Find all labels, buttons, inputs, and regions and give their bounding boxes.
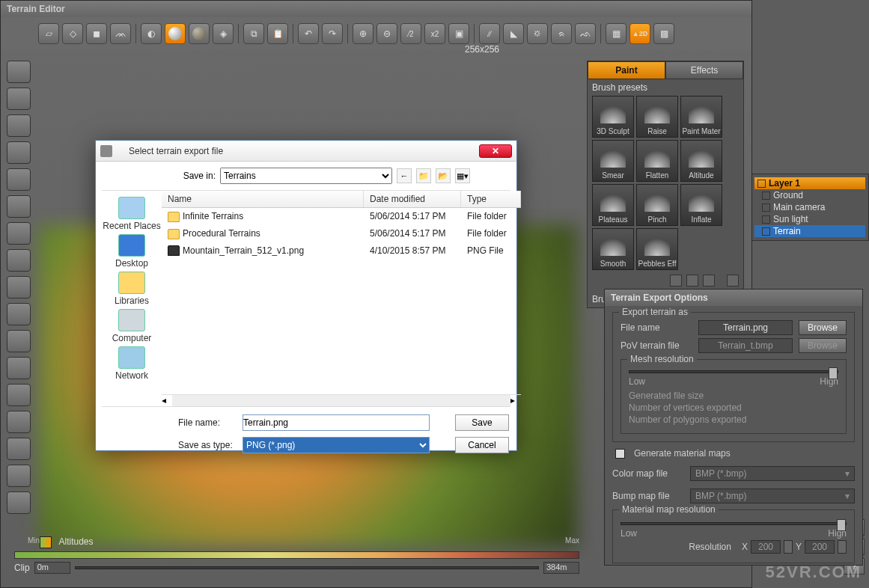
strip-tool-11-icon[interactable] <box>7 330 31 352</box>
preset-reset-icon[interactable] <box>727 275 739 287</box>
file-row[interactable]: Infinite Terrains5/06/2014 5:17 PMFile f… <box>162 208 521 225</box>
tool-square-icon[interactable]: ◼ <box>86 23 107 44</box>
layer-item[interactable]: Main camera <box>754 201 865 213</box>
zoom-out-icon[interactable]: ⊖ <box>376 23 397 44</box>
brush-preset[interactable]: Smooth <box>592 228 634 270</box>
brush-preset[interactable]: Paint Mater <box>680 96 722 138</box>
layer-item[interactable]: Ground <box>754 189 865 201</box>
file-row[interactable]: Procedural Terrains5/06/2014 5:17 PMFile… <box>162 225 521 242</box>
mesh-resolution-slider[interactable] <box>629 370 838 373</box>
col-date[interactable]: Date modified <box>364 191 461 207</box>
strip-tool-6-icon[interactable] <box>7 195 31 218</box>
file-name-input[interactable] <box>243 414 430 431</box>
clip-slider[interactable] <box>75 566 539 569</box>
bump-map-select[interactable]: BMP (*.bmp) <box>690 489 855 503</box>
strip-tool-1-icon[interactable] <box>7 61 31 83</box>
browse-filename-button[interactable]: Browse <box>799 320 847 335</box>
altitude-gradient[interactable] <box>14 551 579 559</box>
place-recent[interactable]: Recent Places <box>102 195 162 231</box>
select-icon[interactable]: ▦ <box>606 23 626 44</box>
col-type[interactable]: Type <box>461 191 521 207</box>
tool-sphere-icon[interactable] <box>165 23 186 44</box>
tab-effects[interactable]: Effects <box>665 61 743 79</box>
nav-newfolder-icon[interactable]: 📂 <box>436 168 451 183</box>
nav-views-icon[interactable]: ▦▾ <box>455 168 470 183</box>
res-y-spinner[interactable] <box>838 540 847 554</box>
export-filename-field[interactable]: Terrain.png <box>698 320 793 335</box>
strip-tool-15-icon[interactable] <box>7 438 31 460</box>
nav-up-icon[interactable]: 📁 <box>416 168 431 183</box>
brush-preset[interactable]: Pebbles Eff <box>636 228 678 270</box>
brush-preset[interactable]: Smear <box>592 140 634 182</box>
res-x-field[interactable]: 200 <box>751 540 781 554</box>
strip-tool-4-icon[interactable] <box>7 141 31 164</box>
dialog-close-button[interactable]: ✕ <box>479 144 512 158</box>
res-y-field[interactable]: 200 <box>805 540 835 554</box>
brush-preset[interactable]: Raise <box>636 96 678 138</box>
strip-tool-3-icon[interactable] <box>7 114 31 137</box>
strip-tool-8-icon[interactable] <box>7 249 31 272</box>
strip-tool-13-icon[interactable] <box>7 384 31 406</box>
strip-tool-2-icon[interactable] <box>7 88 31 110</box>
copy-icon[interactable]: ⧉ <box>243 23 264 44</box>
half-scale-icon[interactable]: ∕2 <box>400 23 421 44</box>
brush-preset[interactable]: Plateaus <box>592 184 634 226</box>
place-desktop[interactable]: Desktop <box>102 233 162 269</box>
tool-diamond-icon[interactable]: ◈ <box>213 23 234 44</box>
color-map-select[interactable]: BMP (*.bmp) <box>690 466 855 481</box>
brush-preset[interactable]: Flatten <box>636 140 678 182</box>
zoom-in-icon[interactable]: ⊕ <box>353 23 373 44</box>
graph-icon[interactable]: ⫽ <box>479 23 500 44</box>
undo-icon[interactable]: ↶ <box>298 23 319 44</box>
tool-mountain-icon[interactable]: ᨏ <box>110 23 131 44</box>
clip-min-field[interactable]: 0m <box>34 562 70 574</box>
tool-flat-icon[interactable]: ▱ <box>38 23 59 44</box>
triangle-icon[interactable]: ◣ <box>503 23 524 44</box>
place-computer[interactable]: Computer <box>102 307 162 343</box>
place-network[interactable]: Network <box>102 345 162 381</box>
preset-save-icon[interactable] <box>670 275 682 287</box>
strip-tool-14-icon[interactable] <box>7 411 31 433</box>
save-button[interactable]: Save <box>455 414 509 431</box>
strip-tool-17-icon[interactable] <box>7 491 31 514</box>
preset-delete-icon[interactable] <box>703 275 715 287</box>
terrain-plus-icon[interactable]: ᨑ <box>551 23 572 44</box>
res-x-spinner[interactable] <box>784 540 793 554</box>
layer-item-selected[interactable]: Terrain <box>754 225 865 237</box>
strip-tool-5-icon[interactable] <box>7 168 31 191</box>
brush-preset[interactable]: 3D Sculpt <box>592 96 634 138</box>
cancel-button[interactable]: Cancel <box>455 437 509 453</box>
file-row[interactable]: Mountain_Terrain_512_v1.png4/10/2015 8:5… <box>162 242 521 260</box>
double-scale-icon[interactable]: x2 <box>424 23 445 44</box>
layer-item[interactable]: Sun light <box>754 213 865 225</box>
strip-tool-7-icon[interactable] <box>7 222 31 245</box>
brush-preset[interactable]: Inflate <box>680 184 722 226</box>
terrain-edit-icon[interactable]: ᨒ <box>575 23 596 44</box>
strip-tool-12-icon[interactable] <box>7 357 31 379</box>
strip-tool-10-icon[interactable] <box>7 303 31 325</box>
checker-icon[interactable]: ▩ <box>653 23 674 44</box>
clip-max-field[interactable]: 384m <box>543 562 579 574</box>
preset-next-icon[interactable] <box>686 275 698 287</box>
tool-globe-icon[interactable]: ◐ <box>141 23 162 44</box>
terrain-gear-icon[interactable]: ⛭ <box>527 23 548 44</box>
strip-tool-9-icon[interactable] <box>7 276 31 298</box>
tool-sphere-dark-icon[interactable] <box>189 23 210 44</box>
tab-paint[interactable]: Paint <box>588 61 665 79</box>
crop-icon[interactable]: ▣ <box>448 23 469 44</box>
nav-back-icon[interactable]: ← <box>397 168 412 183</box>
layer-header[interactable]: Layer 1 <box>754 177 865 189</box>
strip-tool-16-icon[interactable] <box>7 465 31 487</box>
brush-preset[interactable]: Altitude <box>680 140 722 182</box>
col-name[interactable]: Name <box>162 191 364 207</box>
save-as-type-select[interactable]: PNG (*.png) <box>243 437 430 453</box>
tool-cube-icon[interactable]: ◇ <box>62 23 83 44</box>
2d-toggle-icon[interactable]: ▲2D <box>629 23 650 44</box>
paste-icon[interactable]: 📋 <box>267 23 288 44</box>
redo-icon[interactable]: ↷ <box>322 23 343 44</box>
save-in-select[interactable]: Terrains <box>220 168 392 184</box>
brush-preset[interactable]: Pinch <box>636 184 678 226</box>
material-resolution-slider[interactable] <box>621 522 847 525</box>
generate-material-maps-checkbox[interactable] <box>615 449 625 459</box>
place-libraries[interactable]: Libraries <box>102 270 162 306</box>
